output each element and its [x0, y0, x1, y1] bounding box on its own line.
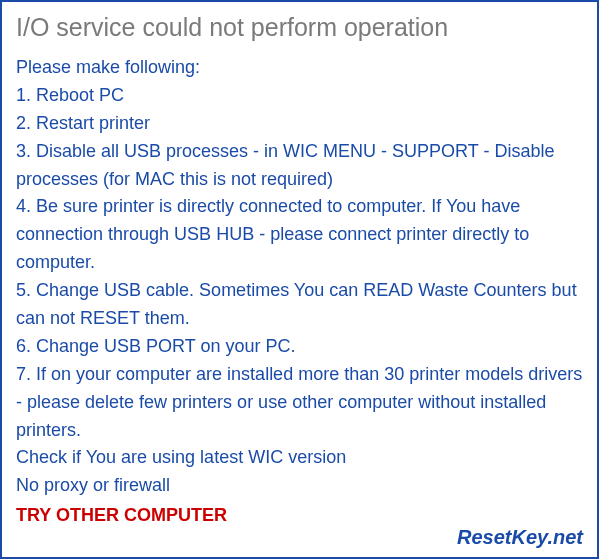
step-3: 3. Disable all USB processes - in WIC ME…: [16, 138, 583, 194]
footer-branding: ResetKey.net: [457, 526, 583, 549]
step-6: 6. Change USB PORT on your PC.: [16, 333, 583, 361]
note-version: Check if You are using latest WIC versio…: [16, 444, 583, 472]
step-7: 7. If on your computer are installed mor…: [16, 361, 583, 445]
error-dialog: I/O service could not perform operation …: [0, 0, 599, 559]
intro-text: Please make following:: [16, 54, 583, 82]
error-title: I/O service could not perform operation: [16, 12, 583, 42]
step-4: 4. Be sure printer is directly connected…: [16, 193, 583, 277]
step-1: 1. Reboot PC: [16, 82, 583, 110]
step-5: 5. Change USB cable. Sometimes You can R…: [16, 277, 583, 333]
step-2: 2. Restart printer: [16, 110, 583, 138]
note-proxy: No proxy or firewall: [16, 472, 583, 500]
